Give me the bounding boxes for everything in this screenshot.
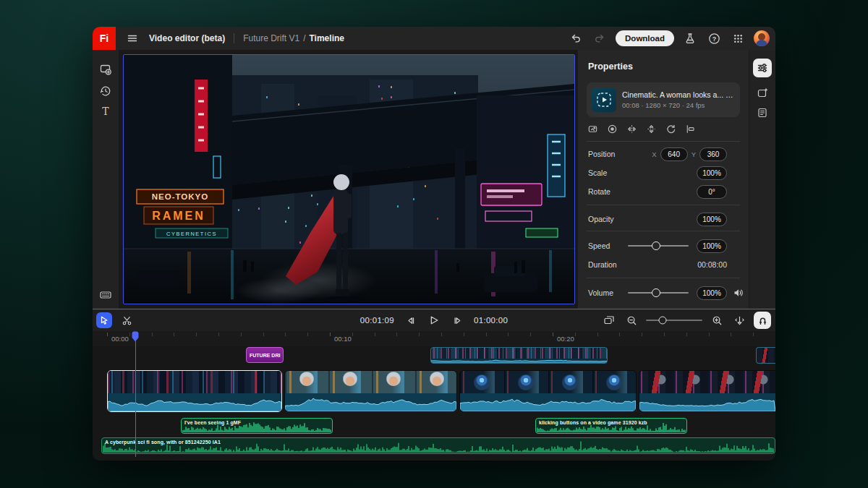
undo-button[interactable] (568, 30, 584, 46)
timeline-view-controls (601, 309, 771, 331)
fit-timeline-button[interactable] (601, 312, 617, 328)
rotate-button[interactable] (663, 122, 678, 135)
scale-row: Scale 100% (588, 166, 727, 180)
title-clip-label: FUTURE DRI (247, 353, 283, 358)
timeline-zoom-knob[interactable] (659, 317, 667, 325)
playhead-line[interactable] (135, 338, 137, 457)
select-tool-button[interactable] (96, 312, 112, 328)
volume-label: Volume (588, 288, 624, 297)
video-clip-2[interactable] (284, 370, 457, 412)
neon-sign-cybernetics: CYBERNETICS (166, 231, 217, 237)
add-media-icon (99, 63, 112, 76)
clip-info: Cinematic. A woman looks a... v.ffgenvid… (622, 90, 735, 109)
next-frame-button[interactable] (450, 312, 466, 328)
beta-feedback-button[interactable] (682, 30, 698, 46)
dialogue-clip[interactable]: I've been seeing 1 gMF (181, 418, 333, 434)
title-clip[interactable]: FUTURE DRI (246, 347, 284, 363)
duration-label: Duration (588, 260, 694, 269)
playhead-handle[interactable] (131, 331, 140, 343)
rotate-input[interactable]: 0° (697, 185, 727, 199)
play-button[interactable] (426, 312, 442, 328)
preview-area: NEO-TOKYO RAMEN CYBERNETICS (119, 50, 577, 309)
history-button[interactable] (96, 82, 115, 100)
transport-controls: 00:01:09 01:00:00 (360, 309, 508, 331)
opacity-input[interactable]: 100% (697, 213, 727, 226)
breadcrumb-separator: / (303, 33, 305, 43)
volume-input[interactable]: 100% (697, 286, 727, 300)
speed-slider[interactable] (628, 245, 689, 247)
crop-button[interactable] (585, 122, 600, 135)
sliders-icon (757, 62, 768, 74)
keyboard-shortcuts-button[interactable] (96, 286, 115, 304)
video-clip-1[interactable] (107, 370, 282, 412)
volume-slider-knob[interactable] (652, 288, 660, 297)
clip-meta: 00:08 · 1280 × 720 · 24 fps (622, 101, 735, 109)
flip-horizontal-button[interactable] (624, 122, 639, 135)
cut-tool-button[interactable] (119, 312, 135, 328)
sfx-clip-label: klicking buttons on a video game 31920 k… (539, 420, 647, 425)
clip-thumbnail (592, 87, 616, 112)
divider (587, 278, 740, 278)
download-button[interactable]: Download (616, 30, 674, 46)
ruler-label-0: 00:00 (111, 335, 129, 343)
flip-vertical-button[interactable] (644, 122, 658, 135)
zoom-in-icon (712, 315, 723, 326)
music-clip[interactable]: A cyberpunk sci fi song, with or 8512422… (101, 437, 775, 454)
zoom-in-button[interactable] (709, 312, 725, 328)
clip-name: Cinematic. A woman looks a... v.ffgenvid (622, 90, 735, 99)
zoom-out-icon (626, 315, 637, 326)
broll-clip[interactable] (430, 347, 608, 364)
text-tool-button[interactable]: T (96, 102, 115, 121)
selected-clip-card[interactable]: Cinematic. A woman looks a... v.ffgenvid… (587, 82, 740, 117)
divider (587, 141, 740, 142)
speaker-icon[interactable] (733, 287, 744, 299)
volume-slider[interactable] (628, 292, 689, 294)
undo-icon (570, 33, 582, 44)
firefly-logo[interactable]: Fi (93, 27, 116, 50)
volume-row: Volume 100% (588, 286, 727, 300)
video-preview[interactable]: NEO-TOKYO RAMEN CYBERNETICS (123, 54, 575, 304)
position-y-label: Y (692, 150, 696, 158)
position-x-label: X (652, 150, 656, 158)
scale-input[interactable]: 100% (697, 166, 727, 180)
position-y-input[interactable]: 360 (699, 147, 727, 161)
text-tool-icon: T (99, 105, 112, 118)
clip-actions (585, 122, 697, 135)
position-x-input[interactable]: 640 (660, 147, 688, 161)
help-button[interactable]: ? (706, 30, 722, 46)
mask-button[interactable] (605, 122, 619, 135)
notes-tab-button[interactable] (753, 103, 772, 122)
generate-tab-button[interactable] (753, 83, 772, 102)
position-row: Position X 640 Y 360 (588, 147, 727, 161)
apps-grid-button[interactable] (730, 30, 746, 46)
breadcrumb-project[interactable]: Future Drift V1 (243, 33, 299, 43)
speed-row: Speed 100% (588, 239, 727, 253)
timeline: 00:00 00:10 00:20 FUTURE DRI (93, 331, 775, 461)
add-media-button[interactable] (96, 60, 115, 79)
timeline-zoom-slider[interactable] (646, 320, 702, 321)
neon-sign-neo-tokyo: NEO-TOKYO (152, 192, 208, 201)
align-button[interactable] (683, 122, 697, 135)
avatar[interactable] (754, 30, 770, 46)
zoom-out-button[interactable] (624, 312, 639, 328)
playhead-snap-tool-button[interactable] (731, 312, 747, 328)
broll-clip-2[interactable] (756, 347, 775, 364)
left-toolbar: T (93, 50, 119, 309)
timeline-ruler[interactable]: 00:00 00:10 00:20 (93, 331, 775, 346)
ruler-label-20: 00:20 (557, 335, 574, 343)
speed-slider-knob[interactable] (652, 241, 660, 250)
hamburger-menu-button[interactable] (124, 30, 140, 46)
speed-input[interactable]: 100% (697, 239, 727, 253)
ruler-ticks (107, 333, 775, 336)
previous-frame-button[interactable] (402, 312, 418, 328)
app-title: Video editor (beta) (149, 33, 225, 43)
sfx-clip[interactable]: klicking buttons on a video game 31920 k… (535, 418, 687, 434)
snapping-toggle-button[interactable] (754, 312, 771, 329)
topbar-divider (234, 33, 234, 43)
video-clip-4[interactable] (639, 370, 775, 412)
next-frame-icon (453, 315, 464, 326)
video-clip-3[interactable] (459, 370, 637, 412)
redo-button[interactable] (592, 30, 608, 46)
topbar: Fi Video editor (beta) Future Drift V1 /… (93, 27, 775, 50)
properties-tab-button[interactable] (753, 59, 772, 77)
